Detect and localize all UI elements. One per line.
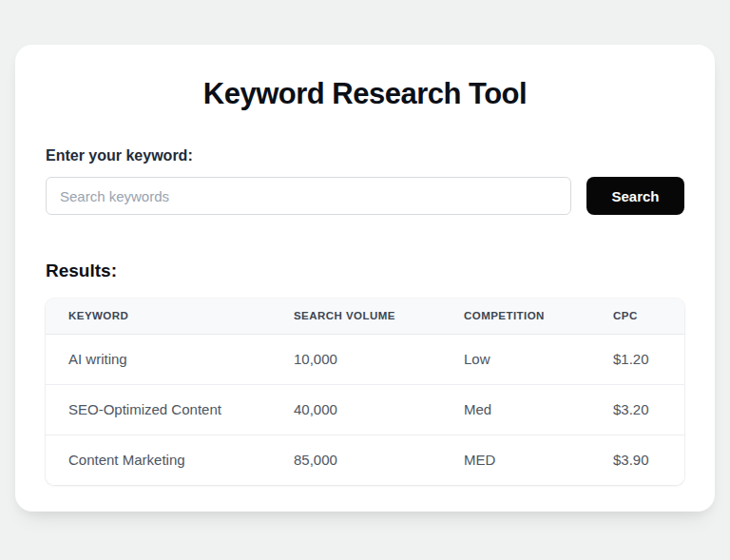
cell-competition: Low (441, 334, 590, 384)
cell-search-volume: 85,000 (271, 434, 441, 485)
cell-keyword: SEO-Optimized Content (46, 384, 271, 434)
cell-search-volume: 10,000 (271, 334, 441, 384)
cell-cpc: $3.20 (590, 384, 684, 434)
column-header-keyword: KEYWORD (46, 299, 271, 334)
cell-keyword: Content Marketing (46, 434, 271, 485)
cell-cpc: $3.90 (590, 434, 684, 485)
keyword-input-label: Enter your keyword: (46, 146, 684, 165)
table-header-row: KEYWORD SEARCH VOLUME COMPETITION CPC (46, 299, 684, 334)
cell-competition: MED (441, 434, 590, 485)
search-row: Search (46, 177, 684, 215)
column-header-competition: COMPETITION (441, 299, 590, 334)
cell-competition: Med (441, 384, 590, 434)
results-heading: Results: (46, 260, 684, 281)
column-header-search-volume: SEARCH VOLUME (271, 299, 441, 334)
table-row: SEO-Optimized Content 40,000 Med $3.20 (46, 384, 684, 434)
search-input[interactable] (46, 177, 571, 215)
search-button[interactable]: Search (586, 177, 684, 215)
cell-keyword: AI writing (46, 334, 271, 384)
table-row: AI writing 10,000 Low $1.20 (46, 334, 684, 384)
column-header-cpc: CPC (590, 299, 684, 334)
table-row: Content Marketing 85,000 MED $3.90 (46, 434, 684, 485)
results-table: KEYWORD SEARCH VOLUME COMPETITION CPC AI… (46, 299, 684, 485)
page-title: Keyword Research Tool (46, 76, 684, 112)
cell-cpc: $1.20 (590, 334, 684, 384)
cell-search-volume: 40,000 (271, 384, 441, 434)
keyword-tool-card: Keyword Research Tool Enter your keyword… (15, 45, 715, 512)
